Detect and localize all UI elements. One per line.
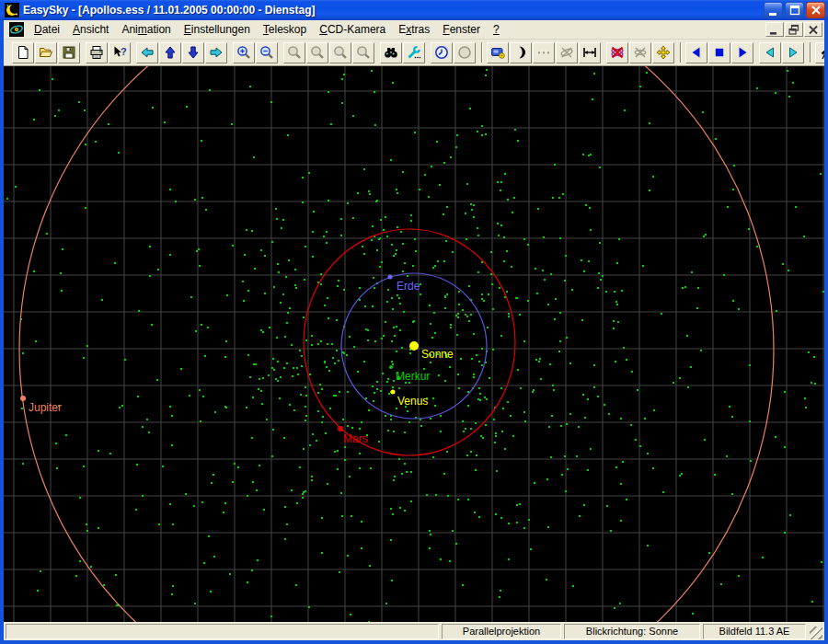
pan-left-button[interactable]: [136, 42, 158, 63]
jupiter-marker[interactable]: [20, 396, 26, 401]
print-button[interactable]: [86, 42, 108, 63]
settings-wrench-button[interactable]: [403, 42, 425, 63]
asteroid-dot: [252, 481, 254, 483]
find-binoculars-button[interactable]: [380, 42, 402, 63]
sonne-marker[interactable]: [409, 341, 419, 351]
asteroid-dot: [582, 154, 584, 155]
step-forward-button[interactable]: [782, 42, 804, 63]
asteroid-dot: [508, 316, 510, 317]
asteroid-dot: [538, 361, 540, 362]
asteroid-dot: [37, 590, 39, 592]
asteroid-dot: [33, 119, 35, 121]
context-help-button[interactable]: ?: [109, 42, 131, 63]
asteroid-dot: [386, 236, 388, 237]
move-arrows-button[interactable]: [652, 42, 674, 63]
maximize-button[interactable]: [785, 2, 804, 18]
menu-item-einstellungen[interactable]: Einstellungen: [178, 21, 257, 38]
erde-marker[interactable]: [388, 275, 393, 280]
menu-item-ccdkamera[interactable]: CCD-Kamera: [313, 21, 392, 38]
pan-right-button[interactable]: [205, 42, 227, 63]
asteroid-dot: [56, 467, 58, 469]
menu-item-datei[interactable]: Datei: [28, 21, 66, 38]
projection-device-button[interactable]: [487, 42, 509, 63]
asteroid-dot: [481, 293, 483, 295]
asteroid-dot: [342, 351, 344, 353]
menu-item-animation[interactable]: Animation: [115, 21, 177, 38]
asteroid-dot: [388, 393, 390, 395]
measure-distance-button[interactable]: [579, 42, 601, 63]
asteroid-dot: [390, 419, 392, 420]
open-file-button[interactable]: [35, 42, 57, 63]
asteroid-dot: [172, 523, 174, 525]
easysky-moon-logo-icon: [5, 3, 19, 17]
asteroid-dot: [169, 189, 171, 190]
pan-down-button[interactable]: [182, 42, 204, 63]
asteroid-dot: [351, 427, 353, 429]
asteroid-dot: [321, 517, 323, 519]
asteroid-dot: [457, 499, 459, 500]
asteroid-dot: [294, 284, 296, 286]
minimize-button[interactable]: [764, 2, 783, 18]
venus-marker[interactable]: [391, 390, 396, 395]
asteroid-dot: [537, 208, 539, 210]
print-icon: [89, 45, 104, 60]
asteroid-dot: [243, 300, 245, 302]
mdi-close-button[interactable]: [804, 22, 822, 37]
close-button[interactable]: [806, 2, 825, 18]
asteroid-dot: [276, 218, 278, 220]
asteroid-dot: [79, 497, 81, 499]
toolbar-group: [685, 42, 753, 63]
asteroid-dot: [497, 181, 499, 183]
asteroid-dot: [283, 367, 285, 369]
asteroid-dot: [468, 285, 470, 287]
asteroid-dot: [299, 466, 301, 468]
menu-item-teleskop[interactable]: Teleskop: [257, 21, 313, 38]
measure-distance-icon: [582, 45, 597, 60]
asteroid-dot: [455, 543, 457, 545]
play-forward-button[interactable]: [731, 42, 753, 63]
galaxy-document-icon[interactable]: [9, 22, 24, 37]
asteroid-dot: [410, 220, 412, 222]
asteroid-dot: [486, 398, 488, 400]
asteroid-dot: [382, 373, 384, 374]
asteroid-dot: [343, 74, 345, 75]
asteroid-dot: [291, 489, 293, 491]
asteroid-dot: [199, 389, 201, 391]
moon-phase-button[interactable]: [510, 42, 532, 63]
asteroid-dot: [535, 268, 536, 270]
menu-item-?[interactable]: ?: [487, 21, 506, 38]
asteroid-dot: [550, 456, 552, 458]
pan-up-button[interactable]: [159, 42, 181, 63]
menu-item-fenster[interactable]: Fenster: [436, 21, 487, 38]
asteroid-dot: [407, 410, 408, 412]
asteroid-dot: [201, 324, 202, 326]
play-backward-button[interactable]: [685, 42, 707, 63]
save-file-button[interactable]: [58, 42, 80, 63]
asteroid-dot: [339, 571, 340, 573]
telescope-button[interactable]: [815, 42, 824, 63]
mdi-minimize-button[interactable]: [765, 22, 784, 37]
asteroid-dot: [304, 279, 305, 281]
sky-chart-canvas[interactable]: SonneMerkurVenusErdeMarsJupiter: [4, 66, 824, 622]
orbits-cross-button[interactable]: [606, 42, 628, 63]
menu-item-ansicht[interactable]: Ansicht: [66, 21, 115, 38]
asteroid-dot: [630, 424, 632, 426]
new-file-button[interactable]: [12, 42, 34, 63]
resize-grip[interactable]: [810, 627, 822, 639]
moon-phase-icon: [513, 45, 528, 60]
zoom-out-button[interactable]: [256, 42, 278, 63]
step-backward-button[interactable]: [759, 42, 781, 63]
asteroid-dot: [365, 328, 367, 330]
asteroid-dot: [732, 189, 734, 190]
toolbar-group: [759, 42, 804, 63]
zoom-in-button[interactable]: [233, 42, 255, 63]
asteroid-dot: [727, 206, 729, 208]
jupiter-orbit: [19, 66, 774, 622]
mars-marker[interactable]: [338, 426, 343, 431]
clock-button[interactable]: [431, 42, 453, 63]
mdi-restore-button[interactable]: [785, 22, 803, 37]
stop-button[interactable]: [708, 42, 730, 63]
menu-item-extras[interactable]: Extras: [392, 21, 436, 38]
merkur-marker[interactable]: [389, 365, 393, 369]
asteroid-dot: [399, 303, 401, 305]
